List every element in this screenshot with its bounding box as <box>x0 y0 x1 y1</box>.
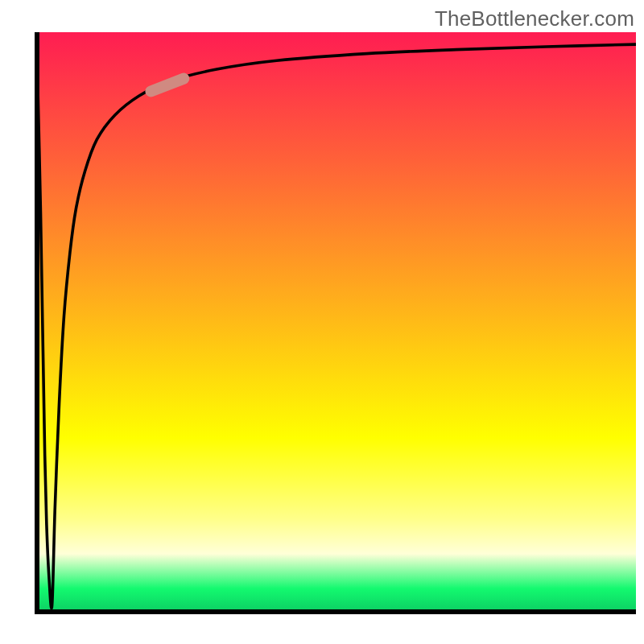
bottleneck-chart <box>0 0 644 644</box>
plot-background <box>37 32 636 612</box>
chart-container: TheBottlenecker.com <box>0 0 644 644</box>
watermark-text: TheBottlenecker.com <box>435 6 634 31</box>
